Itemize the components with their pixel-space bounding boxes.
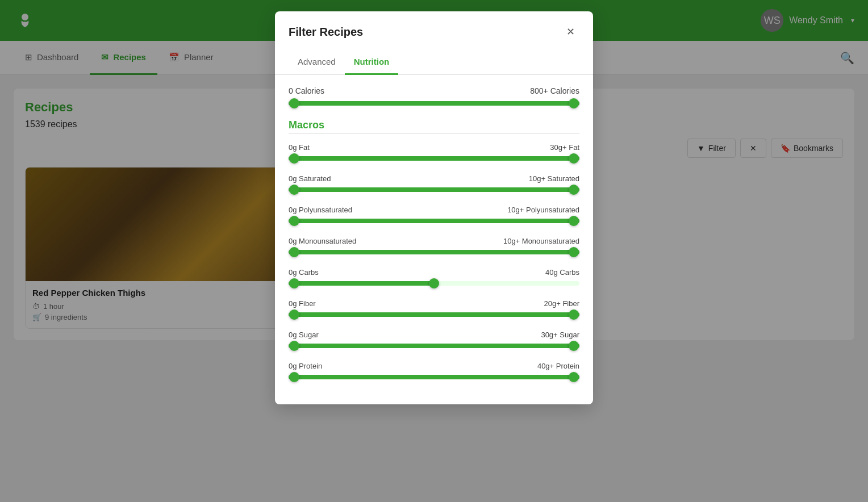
calories-fill [289,101,579,106]
saturated-thumb-max[interactable] [569,185,579,195]
tab-advanced[interactable]: Advanced [289,50,345,75]
saturated-labels: 0g Saturated 10g+ Saturated [289,174,579,183]
filter-modal: Filter Recipes ✕ Advanced Nutrition 0 Ca… [275,11,593,404]
protein-thumb-max[interactable] [569,372,579,382]
calories-min-label: 0 Calories [289,86,324,95]
macro-fat: 0g Fat 30g+ Fat [289,143,579,161]
carbs-max: 40g Carbs [545,268,579,277]
polyunsaturated-labels: 0g Polyunsaturated 10g+ Polyunsaturated [289,206,579,214]
carbs-thumb-max[interactable] [429,278,439,288]
macro-carbs: 0g Carbs 40g Carbs [289,268,579,286]
carbs-min: 0g Carbs [289,268,319,277]
close-button[interactable]: ✕ [561,23,579,41]
calories-thumb-min[interactable] [289,98,299,108]
mono-thumb-min[interactable] [289,247,299,257]
fiber-thumb-min[interactable] [289,309,299,320]
carbs-fill [289,281,434,286]
fiber-min: 0g Fiber [289,299,316,308]
macros-divider [289,133,579,134]
protein-labels: 0g Protein 40g+ Protein [289,362,579,370]
carbs-thumb-min[interactable] [289,278,299,288]
mono-fill [289,250,579,254]
poly-slider[interactable] [289,219,579,223]
calories-thumb-max[interactable] [569,98,579,108]
modal-tabs: Advanced Nutrition [275,50,593,75]
modal-header: Filter Recipes ✕ [275,11,593,41]
poly-thumb-max[interactable] [569,216,579,226]
protein-fill [289,375,579,379]
saturated-slider[interactable] [289,187,579,192]
mono-slider[interactable] [289,250,579,254]
macro-saturated: 0g Saturated 10g+ Saturated [289,174,579,192]
sugar-slider[interactable] [289,344,579,348]
macro-sugar: 0g Sugar 30g+ Sugar [289,331,579,348]
fat-thumb-max[interactable] [569,153,579,164]
poly-thumb-min[interactable] [289,216,299,226]
macros-section: Macros 0g Fat 30g+ Fat [289,119,579,379]
protein-max: 40g+ Protein [537,362,579,370]
macros-title: Macros [289,119,579,131]
fiber-fill [289,312,579,317]
saturated-fill [289,187,579,192]
macro-polyunsaturated: 0g Polyunsaturated 10g+ Polyunsaturated [289,206,579,223]
poly-min: 0g Polyunsaturated [289,206,352,214]
fat-min: 0g Fat [289,143,310,152]
tab-nutrition[interactable]: Nutrition [345,50,398,75]
macro-monounsaturated: 0g Monounsaturated 10g+ Monounsaturated [289,237,579,254]
fat-labels: 0g Fat 30g+ Fat [289,143,579,152]
macro-protein: 0g Protein 40g+ Protein [289,362,579,379]
poly-max: 10g+ Polyunsaturated [507,206,579,214]
sugar-max: 30g+ Sugar [541,331,579,339]
macro-fiber: 0g Fiber 20g+ Fiber [289,299,579,317]
fiber-max: 20g+ Fiber [544,299,579,308]
fiber-labels: 0g Fiber 20g+ Fiber [289,299,579,308]
sugar-thumb-min[interactable] [289,341,299,351]
fiber-thumb-max[interactable] [569,309,579,320]
saturated-min: 0g Saturated [289,174,331,183]
carbs-slider[interactable] [289,281,579,286]
fat-thumb-min[interactable] [289,153,299,164]
saturated-thumb-min[interactable] [289,185,299,195]
calories-max-label: 800+ Calories [530,86,579,95]
saturated-max: 10g+ Saturated [529,174,579,183]
mono-thumb-max[interactable] [569,247,579,257]
fiber-slider[interactable] [289,312,579,317]
fat-fill [289,156,579,161]
sugar-min: 0g Sugar [289,331,319,339]
sugar-labels: 0g Sugar 30g+ Sugar [289,331,579,339]
modal-overlay[interactable]: Filter Recipes ✕ Advanced Nutrition 0 Ca… [0,0,868,502]
protein-min: 0g Protein [289,362,322,370]
calories-slider[interactable] [289,101,579,106]
mono-max: 10g+ Monounsaturated [503,237,579,245]
sugar-fill [289,344,579,348]
carbs-labels: 0g Carbs 40g Carbs [289,268,579,277]
fat-max: 30g+ Fat [550,143,579,152]
mono-labels: 0g Monounsaturated 10g+ Monounsaturated [289,237,579,245]
modal-body: 0 Calories 800+ Calories Macros 0g Fat 3… [275,75,593,404]
poly-fill [289,219,579,223]
calories-range-labels: 0 Calories 800+ Calories [289,86,579,95]
modal-title: Filter Recipes [289,26,363,39]
fat-slider[interactable] [289,156,579,161]
protein-thumb-min[interactable] [289,372,299,382]
sugar-thumb-max[interactable] [569,341,579,351]
mono-min: 0g Monounsaturated [289,237,356,245]
protein-slider[interactable] [289,375,579,379]
